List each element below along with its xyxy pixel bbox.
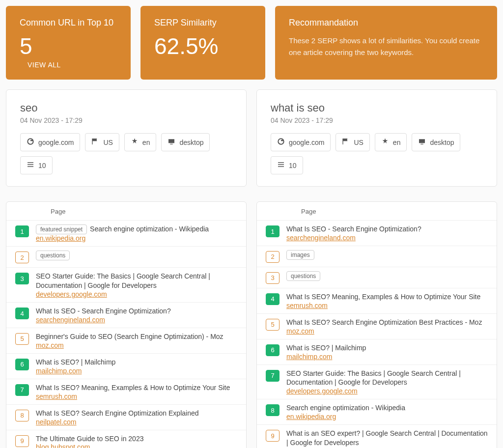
result-domain-link[interactable]: en.wikipedia.org [36, 234, 85, 242]
chip-label: google.com [289, 139, 324, 146]
result-title: Beginner's Guide to SEO (Search Engine O… [36, 332, 237, 341]
result-title: What Is SEO? Search Engine Optimization … [286, 318, 488, 327]
chip-google[interactable]: google.com [271, 133, 331, 151]
chip-list[interactable]: 10 [271, 156, 303, 174]
chip-device[interactable]: desktop [161, 133, 210, 151]
flag-icon [342, 138, 350, 147]
result-domain-link[interactable]: moz.com [286, 327, 314, 335]
rank-badge: 4 [15, 308, 29, 319]
view-all-button[interactable]: VIEW ALL [28, 61, 61, 69]
table-row: 2 images [257, 246, 497, 267]
language-icon [131, 138, 139, 147]
result-title: What Is SEO - Search Engine Optimization… [36, 307, 237, 316]
chip-label: US [103, 139, 112, 146]
serp-table: Page 1 featured snippetSearch engine opt… [6, 201, 247, 448]
result-domain-link[interactable]: mailchimp.com [286, 353, 332, 361]
page-cell: questions [286, 271, 488, 281]
keyword-title: seo [20, 102, 232, 114]
chip-list[interactable]: 10 [20, 156, 53, 174]
rank-badge: 5 [15, 333, 29, 345]
table-row: 5 What Is SEO? Search Engine Optimizatio… [257, 314, 497, 339]
page-cell: SEO Starter Guide: The Basics | Google S… [36, 272, 237, 298]
result-tag: questions [286, 271, 320, 281]
page-cell: What is SEO? | Mailchimpmailchimp.com [286, 343, 488, 361]
table-row: 8 What Is SEO? Search Engine Optimizatio… [6, 405, 246, 430]
rank-badge: 7 [15, 384, 29, 396]
table-row: 4 What Is SEO? Meaning, Examples & How t… [257, 288, 497, 314]
page-cell: What Is SEO - Search Engine Optimization… [286, 224, 488, 242]
chip-label: 10 [289, 162, 297, 169]
summary-cards-row: Common URL in Top 10 5 VIEW ALL SERP Sim… [6, 6, 497, 80]
table-row: 2 questions [6, 247, 246, 268]
similarity-card: SERP Similarity 62.5% [140, 6, 265, 80]
table-row: 6 What is SEO? | Mailchimpmailchimp.com [6, 354, 246, 379]
result-tag: images [286, 250, 314, 260]
chip-device[interactable]: desktop [412, 133, 460, 151]
result-domain-link[interactable]: developers.google.com [36, 290, 107, 298]
table-row: 5 Beginner's Guide to SEO (Search Engine… [6, 328, 246, 354]
recommendation-card: Recommandation These 2 SERP shows a lot … [275, 6, 497, 80]
result-title: What Is SEO? Meaning, Examples & How to … [36, 383, 237, 392]
chip-flag[interactable]: US [85, 133, 119, 151]
table-row: 4 What Is SEO - Search Engine Optimizati… [6, 303, 246, 328]
result-title: What Is SEO? Meaning, Examples & How to … [286, 292, 488, 302]
rank-badge: 5 [266, 319, 279, 331]
rank-badge: 3 [15, 273, 29, 284]
chip-row: google.com US en desktop 10 [271, 133, 483, 174]
page-cell: What Is SEO? Meaning, Examples & How to … [286, 292, 488, 309]
page-cell: SEO Starter Guide: The Basics | Google S… [286, 369, 488, 395]
rank-badge: 2 [266, 251, 279, 263]
common-url-value: 5 [20, 35, 117, 57]
rank-badge: 2 [15, 252, 29, 263]
chip-label: en [142, 139, 150, 146]
result-domain-link[interactable]: developers.google.com [286, 387, 358, 395]
page-cell: questions [36, 251, 237, 260]
rank-badge: 1 [15, 225, 29, 237]
result-domain-link[interactable]: en.wikipedia.org [286, 413, 336, 420]
device-icon [418, 138, 426, 147]
chip-label: US [354, 139, 363, 146]
table-header: Page [257, 202, 497, 221]
result-tag: questions [36, 251, 70, 260]
result-domain-link[interactable]: semrush.com [36, 392, 77, 400]
chip-google[interactable]: google.com [20, 133, 80, 151]
rank-badge: 9 [15, 435, 29, 447]
rank-badge: 4 [266, 293, 279, 305]
result-title: What is an SEO expert? | Google Search C… [286, 429, 488, 448]
result-domain-link[interactable]: semrush.com [286, 302, 328, 309]
result-title: What Is SEO - Search Engine Optimization… [286, 224, 488, 234]
result-domain-link[interactable]: mailchimp.com [36, 367, 82, 375]
result-title: Search engine optimization - Wikipedia [90, 225, 209, 233]
result-title: What Is SEO? Search Engine Optimization … [36, 409, 237, 418]
chip-label: google.com [38, 139, 74, 146]
table-row: 8 Search engine optimization - Wikipedia… [257, 399, 497, 425]
chip-label: en [393, 139, 401, 146]
result-title: The Ultimate Guide to SEO in 2023 [36, 434, 237, 444]
result-domain-link[interactable]: searchengineland.com [36, 316, 105, 324]
result-tag: featured snippet [36, 224, 87, 234]
tables-row: Page 1 featured snippetSearch engine opt… [6, 201, 497, 448]
recommendation-title: Recommandation [289, 18, 483, 28]
result-domain-link[interactable]: searchengineland.com [286, 234, 356, 242]
page-cell: The Ultimate Guide to SEO in 2023blog.hu… [36, 434, 237, 448]
chip-label: 10 [38, 162, 46, 169]
list-icon [27, 161, 34, 170]
result-title: Search engine optimization - Wikipedia [286, 403, 488, 413]
result-domain-link[interactable]: moz.com [36, 341, 64, 349]
chip-label: desktop [179, 139, 203, 146]
table-row: 9 What is an SEO expert? | Google Search… [257, 425, 497, 448]
page-cell: What Is SEO - Search Engine Optimization… [36, 307, 237, 324]
page-cell: What Is SEO? Search Engine Optimization … [286, 318, 488, 335]
page-cell: What Is SEO? Meaning, Examples & How to … [36, 383, 237, 400]
device-icon [168, 138, 175, 147]
result-domain-link[interactable]: blog.hubspot.com [36, 443, 90, 448]
result-domain-link[interactable]: neilpatel.com [36, 418, 77, 426]
chip-flag[interactable]: US [335, 133, 369, 151]
recommendation-text: These 2 SERP shows a lot of similarities… [289, 35, 483, 58]
result-title: SEO Starter Guide: The Basics | Google S… [36, 272, 237, 290]
chip-language[interactable]: en [124, 133, 157, 151]
similarity-value: 62.5% [154, 35, 252, 57]
result-title: What is SEO? | Mailchimp [36, 358, 237, 367]
page-cell: What Is SEO? Search Engine Optimization … [36, 409, 237, 426]
chip-language[interactable]: en [375, 133, 407, 151]
